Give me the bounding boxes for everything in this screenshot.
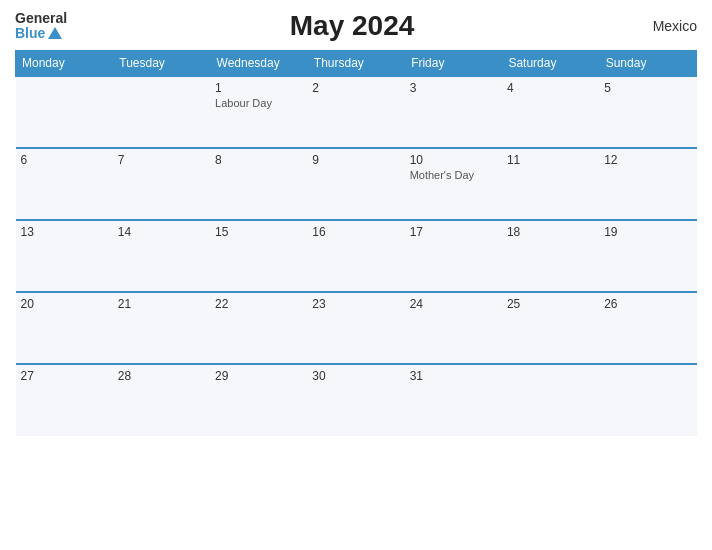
calendar-week-row: 20212223242526 [16,292,697,364]
logo-general-text: General [15,11,67,26]
day-number: 25 [507,297,594,311]
calendar-day-cell: 23 [307,292,404,364]
col-tuesday: Tuesday [113,51,210,77]
day-number: 19 [604,225,691,239]
calendar-day-cell: 27 [16,364,113,436]
calendar-day-cell: 1Labour Day [210,76,307,148]
calendar-day-cell: 13 [16,220,113,292]
calendar-day-cell: 29 [210,364,307,436]
logo-blue-text: Blue [15,26,67,41]
col-wednesday: Wednesday [210,51,307,77]
day-number: 28 [118,369,205,383]
day-number: 12 [604,153,691,167]
calendar-day-cell [113,76,210,148]
holiday-label: Mother's Day [410,169,497,181]
calendar-day-cell [502,364,599,436]
calendar-day-cell: 21 [113,292,210,364]
day-number: 1 [215,81,302,95]
calendar-day-cell: 6 [16,148,113,220]
day-number: 24 [410,297,497,311]
day-number: 29 [215,369,302,383]
col-friday: Friday [405,51,502,77]
day-number: 21 [118,297,205,311]
calendar-day-cell: 11 [502,148,599,220]
day-number: 5 [604,81,691,95]
calendar-week-row: 13141516171819 [16,220,697,292]
day-number: 8 [215,153,302,167]
calendar-day-cell: 16 [307,220,404,292]
calendar-day-cell: 4 [502,76,599,148]
day-number: 7 [118,153,205,167]
calendar-day-cell: 26 [599,292,696,364]
day-number: 23 [312,297,399,311]
day-number: 15 [215,225,302,239]
calendar-day-cell: 9 [307,148,404,220]
day-number: 4 [507,81,594,95]
logo: General Blue [15,11,67,42]
calendar-day-cell: 7 [113,148,210,220]
calendar-day-cell: 12 [599,148,696,220]
calendar-day-cell: 31 [405,364,502,436]
col-monday: Monday [16,51,113,77]
calendar-table: Monday Tuesday Wednesday Thursday Friday… [15,50,697,436]
day-number: 14 [118,225,205,239]
calendar-header-row: Monday Tuesday Wednesday Thursday Friday… [16,51,697,77]
calendar-week-row: 678910Mother's Day1112 [16,148,697,220]
calendar-title: May 2024 [67,10,637,42]
calendar-day-cell [16,76,113,148]
calendar-day-cell: 25 [502,292,599,364]
col-saturday: Saturday [502,51,599,77]
day-number: 26 [604,297,691,311]
day-number: 3 [410,81,497,95]
col-sunday: Sunday [599,51,696,77]
day-number: 11 [507,153,594,167]
calendar-day-cell: 28 [113,364,210,436]
day-number: 2 [312,81,399,95]
calendar-day-cell: 10Mother's Day [405,148,502,220]
calendar-day-cell [599,364,696,436]
day-number: 6 [21,153,108,167]
header: General Blue May 2024 Mexico [15,10,697,42]
calendar-day-cell: 30 [307,364,404,436]
day-number: 16 [312,225,399,239]
day-number: 9 [312,153,399,167]
calendar-day-cell: 15 [210,220,307,292]
calendar-day-cell: 17 [405,220,502,292]
day-number: 20 [21,297,108,311]
day-number: 30 [312,369,399,383]
calendar-day-cell: 18 [502,220,599,292]
calendar-day-cell: 22 [210,292,307,364]
logo-triangle-icon [48,27,62,39]
calendar-day-cell: 8 [210,148,307,220]
day-number: 17 [410,225,497,239]
day-number: 22 [215,297,302,311]
day-number: 31 [410,369,497,383]
day-number: 18 [507,225,594,239]
calendar-week-row: 2728293031 [16,364,697,436]
calendar-day-cell: 19 [599,220,696,292]
holiday-label: Labour Day [215,97,302,109]
calendar-day-cell: 14 [113,220,210,292]
day-number: 27 [21,369,108,383]
page: General Blue May 2024 Mexico Monday Tues… [0,0,712,550]
col-thursday: Thursday [307,51,404,77]
calendar-day-cell: 24 [405,292,502,364]
day-number: 13 [21,225,108,239]
country-label: Mexico [637,18,697,34]
day-number: 10 [410,153,497,167]
calendar-day-cell: 2 [307,76,404,148]
calendar-day-cell: 3 [405,76,502,148]
calendar-day-cell: 5 [599,76,696,148]
calendar-week-row: 1Labour Day2345 [16,76,697,148]
calendar-day-cell: 20 [16,292,113,364]
